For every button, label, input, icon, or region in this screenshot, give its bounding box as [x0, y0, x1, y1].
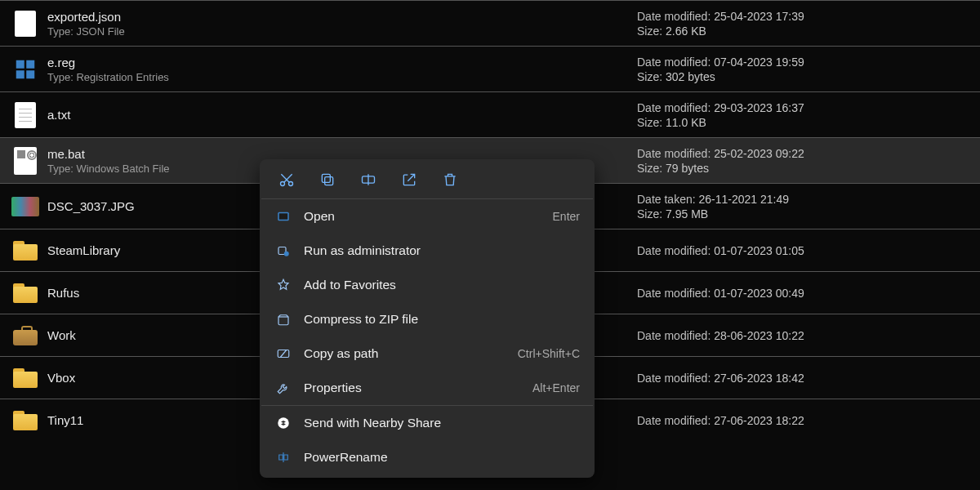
menu-item-label: Properties [304, 381, 532, 395]
menu-item-label: Copy as path [304, 346, 518, 361]
powerrename-icon [274, 448, 292, 466]
file-icon [11, 279, 39, 307]
file-date: Date modified: 01-07-2023 00:49 [637, 287, 972, 300]
file-icon [11, 364, 39, 392]
rename-icon[interactable] [359, 171, 377, 189]
file-date: Date modified: 25-04-2023 17:39 [637, 10, 972, 23]
svg-point-14 [278, 417, 289, 429]
delete-icon[interactable] [441, 171, 459, 189]
admin-icon [274, 242, 292, 260]
file-icon [11, 56, 39, 83]
file-date: Date modified: 01-07-2023 01:05 [637, 244, 972, 257]
file-meta: Date taken: 26-11-2021 21:49Size: 7.95 M… [637, 193, 972, 220]
file-icon [11, 193, 39, 220]
file-row[interactable]: exported.jsonType: JSON FileDate modifie… [0, 0, 980, 46]
menu-item-label: Send with Nearby Share [304, 416, 580, 430]
menu-item-label: PowerRename [304, 450, 580, 465]
file-size: Size: 79 bytes [637, 162, 972, 175]
file-meta: Date modified: 27-06-2023 18:42 [637, 372, 972, 385]
file-icon [11, 10, 39, 38]
file-icon [11, 147, 39, 175]
menu-item-shortcut: Enter [553, 210, 580, 223]
zip-icon [274, 310, 292, 328]
file-icon [11, 101, 39, 129]
file-icon [11, 407, 39, 434]
file-date: Date modified: 27-06-2023 18:42 [637, 372, 972, 385]
file-size: Size: 7.95 MB [637, 207, 972, 220]
file-name: a.txt [47, 108, 637, 122]
file-meta: Date modified: 07-04-2023 19:59Size: 302… [637, 56, 972, 83]
svg-rect-1 [26, 60, 34, 68]
svg-rect-10 [279, 213, 288, 220]
file-date: Date modified: 28-06-2023 10:22 [637, 329, 972, 342]
file-size: Size: 302 bytes [637, 70, 972, 83]
file-row[interactable]: a.txtDate modified: 29-03-2023 16:37Size… [0, 91, 980, 137]
cut-icon[interactable] [278, 171, 296, 189]
file-meta: Date modified: 01-07-2023 00:49 [637, 287, 972, 300]
menu-item-label: Run as administrator [304, 243, 580, 258]
svg-rect-3 [26, 70, 34, 78]
copy-icon[interactable] [318, 171, 336, 189]
menu-item-label: Open [304, 209, 553, 224]
file-icon [11, 322, 39, 350]
path-icon [274, 345, 292, 363]
file-name: exported.json [47, 10, 637, 24]
file-size: Size: 2.66 KB [637, 24, 972, 38]
menu-item-add-to-favorites[interactable]: Add to Favorites [260, 268, 595, 302]
file-date: Date modified: 07-04-2023 19:59 [637, 56, 972, 69]
svg-rect-6 [325, 177, 333, 185]
file-name-column: exported.jsonType: JSON File [47, 10, 637, 38]
file-meta: Date modified: 28-06-2023 10:22 [637, 329, 972, 342]
share-icon[interactable] [400, 171, 418, 189]
menu-item-open[interactable]: OpenEnter [260, 199, 595, 234]
file-name-column: a.txt [47, 108, 637, 122]
file-name-column: e.regType: Registration Entries [47, 56, 637, 83]
svg-point-5 [289, 182, 293, 186]
file-meta: Date modified: 01-07-2023 01:05 [637, 244, 972, 257]
file-meta: Date modified: 29-03-2023 16:37Size: 11.… [637, 101, 972, 129]
nearby-icon [274, 414, 292, 432]
file-date: Date modified: 27-06-2023 18:22 [637, 414, 972, 427]
menu-item-shortcut: Alt+Enter [532, 381, 580, 394]
file-meta: Date modified: 27-06-2023 18:22 [637, 414, 972, 427]
file-row[interactable]: e.regType: Registration EntriesDate modi… [0, 46, 980, 91]
file-icon [11, 237, 39, 265]
star-icon [274, 276, 292, 294]
menu-item-shortcut: Ctrl+Shift+C [518, 347, 580, 360]
menu-item-label: Compress to ZIP file [304, 312, 580, 327]
menu-item-compress-to-zip-file[interactable]: Compress to ZIP file [260, 302, 595, 336]
context-menu-toolbar [260, 159, 595, 198]
menu-item-copy-as-path[interactable]: Copy as pathCtrl+Shift+C [260, 336, 595, 371]
svg-point-12 [284, 252, 289, 256]
wrench-icon [274, 379, 292, 397]
file-size: Size: 11.0 KB [637, 116, 972, 129]
file-date: Date modified: 25-02-2023 09:22 [637, 147, 972, 160]
file-meta: Date modified: 25-02-2023 09:22Size: 79 … [637, 147, 972, 175]
context-menu: OpenEnterRun as administratorAdd to Favo… [260, 159, 595, 478]
svg-point-4 [281, 182, 285, 186]
menu-item-properties[interactable]: PropertiesAlt+Enter [260, 371, 595, 405]
svg-rect-0 [16, 60, 24, 68]
menu-item-label: Add to Favorites [304, 278, 580, 292]
open-icon [274, 207, 292, 225]
file-name: me.bat [47, 147, 637, 161]
file-type: Type: JSON File [47, 25, 637, 38]
file-type: Type: Registration Entries [47, 71, 637, 83]
menu-item-run-as-administrator[interactable]: Run as administrator [260, 234, 595, 268]
file-name: e.reg [47, 56, 637, 69]
svg-rect-7 [322, 174, 330, 182]
file-meta: Date modified: 25-04-2023 17:39Size: 2.6… [637, 10, 972, 38]
svg-rect-2 [16, 70, 24, 78]
file-date: Date modified: 29-03-2023 16:37 [637, 101, 972, 114]
file-date: Date taken: 26-11-2021 21:49 [637, 193, 972, 206]
menu-item-send-with-nearby-share[interactable]: Send with Nearby Share [260, 406, 595, 440]
menu-item-powerrename[interactable]: PowerRename [260, 440, 595, 474]
